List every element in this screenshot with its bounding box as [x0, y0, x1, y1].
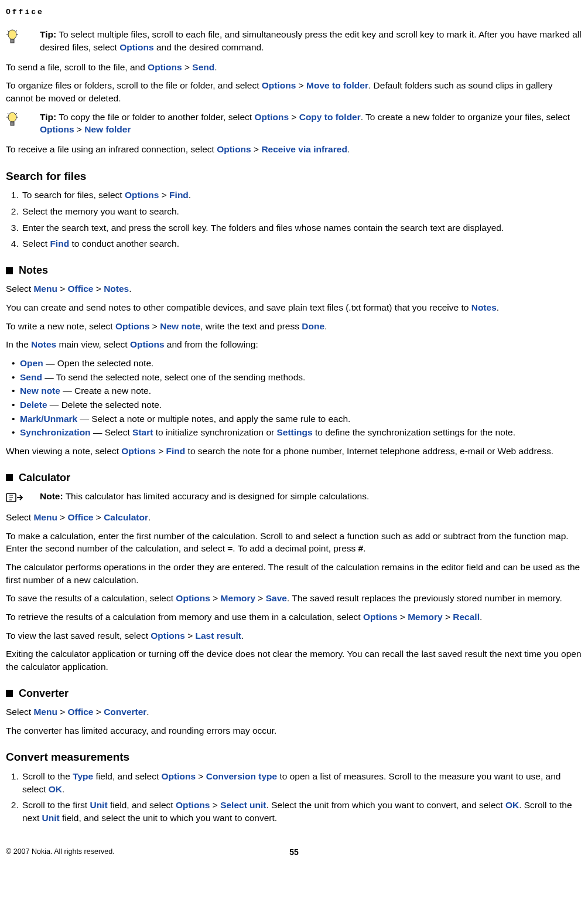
t: .	[241, 631, 244, 641]
list-item: Select Find to conduct another search.	[21, 237, 582, 250]
calc-order: The calculator performs operations in th…	[6, 561, 582, 586]
notes-write: To write a new note, select Options > Ne…	[6, 320, 582, 333]
notes-path: Select Menu > Office > Notes.	[6, 282, 582, 295]
calc-last-result: To view the last saved result, select Op…	[6, 629, 582, 642]
gt: >	[93, 284, 104, 294]
mark-unmark-link: Mark/Unmark	[20, 414, 77, 424]
t: You can create and send notes to other c…	[6, 302, 471, 312]
list-item: Scroll to the Type field, and select Opt…	[21, 770, 582, 795]
note-label: Note:	[40, 491, 63, 501]
converter-link: Converter	[104, 707, 146, 717]
hash-key: #	[358, 543, 364, 553]
calc-save: To save the results of a calculation, se…	[6, 592, 582, 605]
options-link: Options	[254, 112, 289, 122]
p3-t1: To receive a file using an infrared conn…	[6, 144, 217, 154]
t: Select	[22, 239, 50, 248]
t: main view, select	[56, 339, 130, 349]
tip-label: Tip:	[40, 29, 56, 39]
t: To save the results of a calculation, se…	[6, 593, 176, 603]
options-link: Options	[130, 339, 165, 349]
gt: >	[57, 512, 68, 522]
options-link: Options	[125, 190, 159, 200]
t: .	[324, 321, 327, 331]
gt: >	[57, 707, 68, 717]
t: and from the following:	[165, 339, 258, 349]
heading-converter: Converter	[6, 686, 582, 701]
options-link: Options	[217, 144, 251, 154]
copyright-text: © 2007 Nokia. All rights reserved.	[6, 847, 115, 856]
heading-notes: Notes	[6, 263, 582, 278]
send-link: Send	[192, 62, 214, 72]
tip-icon	[6, 28, 35, 45]
square-bullet-icon	[6, 474, 13, 481]
p3-t2: .	[347, 144, 350, 154]
gt: >	[185, 631, 196, 641]
notes-link: Notes	[471, 302, 497, 312]
t: field, and select	[108, 800, 176, 810]
notes-desc: You can create and send notes to other c…	[6, 301, 582, 314]
t: Scroll to the first	[22, 800, 90, 810]
t: To search for files, select	[22, 190, 125, 200]
calc-recall: To retrieve the results of a calculation…	[6, 611, 582, 624]
options-link: Options	[151, 631, 185, 641]
t: , write the text and press	[200, 321, 302, 331]
find-link: Find	[166, 446, 186, 456]
list-item: •Delete — Delete the selected note.	[12, 399, 582, 411]
tip-label: Tip:	[40, 112, 56, 122]
list-item: •Mark/Unmark — Select a note or multiple…	[12, 413, 582, 425]
svg-line-10	[8, 113, 9, 114]
square-bullet-icon	[6, 267, 13, 274]
calc-path: Select Menu > Office > Calculator.	[6, 511, 582, 524]
tip2-t1: To copy the file or folder to another fo…	[56, 112, 254, 122]
t: — Delete the selected note.	[47, 400, 162, 410]
options-link: Options	[40, 124, 74, 134]
t: .	[129, 284, 131, 294]
search-steps-list: To search for files, select Options > Fi…	[6, 189, 582, 250]
memory-link: Memory	[408, 612, 442, 622]
new-note-link: New note	[160, 321, 200, 331]
receive-infrared-link: Receive via infrared	[261, 144, 347, 154]
office-link: Office	[68, 707, 94, 717]
options-link: Options	[162, 771, 196, 781]
gt: >	[93, 512, 104, 522]
options-link: Options	[176, 593, 210, 603]
list-item: Enter the search text, and press the scr…	[21, 222, 582, 234]
note-text: Note: This calculator has limited accura…	[40, 490, 369, 503]
menu-link: Menu	[33, 707, 57, 717]
gt: >	[150, 321, 160, 331]
t: . To add a decimal point, press	[233, 543, 358, 553]
options-link: Options	[115, 321, 150, 331]
equals-key: =	[227, 543, 233, 553]
tip-text: Tip: To copy the file or folder to anoth…	[40, 111, 582, 136]
send-link: Send	[20, 372, 42, 382]
synchronization-link: Synchronization	[20, 427, 91, 437]
unit-link: Unit	[90, 800, 107, 810]
gt: >	[156, 446, 166, 456]
svg-point-6	[8, 113, 16, 122]
new-folder-link: New folder	[84, 124, 131, 134]
t: .	[146, 707, 149, 717]
t: field, and select the unit to which you …	[60, 813, 277, 823]
memory-link: Memory	[221, 593, 255, 603]
options-link: Options	[363, 612, 398, 622]
list-item: •Send — To send the selected note, selec…	[12, 371, 582, 384]
notes-options-list: •Open — Open the selected note. •Send — …	[6, 357, 582, 439]
t: — To send the selected note, select one …	[42, 372, 306, 382]
conv-accuracy: The converter has limited accuracy, and …	[6, 724, 582, 737]
svg-rect-7	[11, 122, 14, 125]
t: To retrieve the results of a calculation…	[6, 612, 363, 622]
conversion-type-link: Conversion type	[206, 771, 277, 781]
tip-icon	[6, 111, 35, 127]
paragraph-send-file: To send a file, scroll to the file, and …	[6, 61, 582, 74]
notes-link: Notes	[31, 339, 56, 349]
office-link: Office	[68, 512, 94, 522]
settings-link: Settings	[276, 427, 312, 437]
t: — Open the selected note.	[43, 358, 154, 368]
t: to conduct another search.	[69, 239, 179, 248]
t: .	[480, 612, 482, 622]
options-link: Options	[262, 80, 296, 90]
last-result-link: Last result	[196, 631, 241, 641]
convert-steps-list: Scroll to the Type field, and select Opt…	[6, 770, 582, 825]
start-link: Start	[132, 427, 153, 437]
menu-link: Menu	[33, 284, 57, 294]
